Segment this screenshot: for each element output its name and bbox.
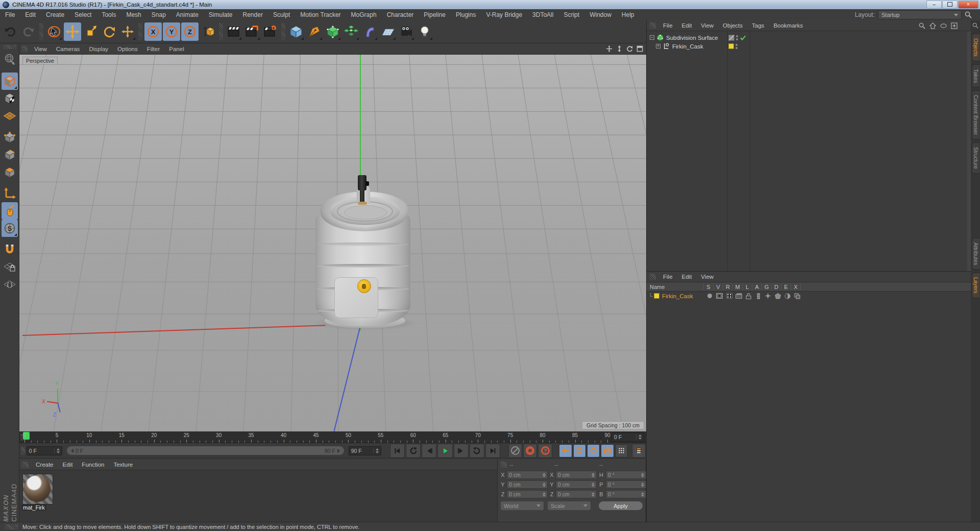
om-menu-edit[interactable]: Edit [677, 22, 697, 29]
polygons-mode-button[interactable] [2, 163, 18, 181]
add-bend-deformer-button[interactable] [361, 22, 378, 41]
rot-b-field[interactable]: 0 ° [606, 490, 646, 498]
timeline-mode-button[interactable] [632, 444, 646, 458]
size-x-field[interactable]: 0 cm [556, 471, 597, 479]
view-toggle[interactable] [715, 293, 724, 299]
expressions-toggle[interactable] [782, 293, 792, 299]
column-header-v[interactable]: V [714, 284, 723, 290]
spinner-arrows-icon[interactable] [636, 435, 642, 440]
record-button[interactable] [523, 444, 537, 458]
pos-x-field[interactable]: 0 cm [507, 471, 548, 479]
edit-render-settings-button[interactable] [262, 22, 279, 41]
add-floor-button[interactable] [379, 22, 397, 41]
coordinate-system-button[interactable] [200, 22, 217, 41]
menu-window[interactable]: Window [584, 11, 617, 18]
play-button[interactable] [437, 444, 452, 458]
panel-drag-handle[interactable] [649, 22, 656, 29]
visibility-dots[interactable] [736, 44, 738, 49]
previous-frame-button[interactable] [422, 444, 436, 458]
viewport-label[interactable]: Perspective [22, 57, 58, 65]
start-frame-spinner[interactable]: 0 F [27, 446, 62, 455]
spinner-arrows-icon[interactable] [54, 448, 60, 453]
goto-start-button[interactable] [390, 444, 405, 458]
panel-drag-handle[interactable] [5, 524, 18, 529]
side-tab-takes[interactable]: Takes [972, 64, 979, 87]
planar-workplane-button[interactable]: ( ) [2, 276, 18, 293]
panel-drag-handle[interactable] [22, 462, 29, 468]
side-tab-content-browser[interactable]: Content Browser [972, 90, 979, 139]
menu-select[interactable]: Select [69, 11, 96, 18]
range-left-arrow-icon[interactable] [71, 449, 74, 453]
maximize-button[interactable] [942, 1, 958, 9]
menu-animate[interactable]: Animate [171, 11, 204, 18]
visibility-dots[interactable] [736, 35, 738, 40]
panel-drag-handle[interactable] [500, 462, 507, 468]
om-menu-file[interactable]: File [658, 22, 677, 29]
panel-drag-handle[interactable] [649, 274, 656, 280]
layout-dropdown[interactable]: Startup [878, 10, 962, 19]
column-header-m[interactable]: M [733, 284, 743, 290]
size-y-field[interactable]: 0 cm [556, 480, 597, 489]
menu-file[interactable]: File [0, 11, 20, 18]
mat-menu-texture[interactable]: Texture [109, 462, 137, 468]
enable-axis-button[interactable] [2, 185, 18, 202]
menu-simulate[interactable]: Simulate [204, 11, 238, 18]
phong-tag-icon[interactable] [728, 35, 734, 41]
viewport-menu-options[interactable]: Options [113, 46, 142, 52]
om-menu-objects[interactable]: Objects [718, 22, 747, 29]
xref-toggle[interactable] [792, 293, 802, 299]
menu-tools[interactable]: Tools [96, 11, 121, 18]
render-picture-viewer-button[interactable] [243, 22, 261, 41]
render-view-button[interactable] [225, 22, 242, 41]
column-header-a[interactable]: A [752, 284, 762, 290]
viewport-menu-cameras[interactable]: Cameras [52, 46, 85, 52]
menu-mesh[interactable]: Mesh [121, 11, 146, 18]
coordinate-space-dropdown[interactable]: World [501, 501, 544, 510]
menu-character[interactable]: Character [382, 11, 419, 18]
toolbar-drag-handle[interactable] [3, 45, 16, 49]
scale-tool-button[interactable] [82, 22, 100, 41]
menu-mograph[interactable]: MoGraph [346, 11, 382, 18]
key-parameter-toggle[interactable]: P [601, 444, 614, 457]
search-icon[interactable] [972, 22, 978, 29]
add-cube-button[interactable] [287, 22, 305, 41]
scrollbar[interactable] [967, 31, 971, 273]
viewport-menu-display[interactable]: Display [84, 46, 113, 52]
close-button[interactable]: × [958, 1, 978, 9]
lm-menu-view[interactable]: View [696, 274, 718, 280]
viewport-menu-view[interactable]: View [30, 46, 52, 52]
collapse-icon[interactable]: − [650, 35, 654, 40]
column-header-e[interactable]: E [781, 284, 791, 290]
deformers-toggle[interactable] [773, 293, 782, 299]
maximize-view-icon[interactable] [636, 45, 643, 52]
visibility-icon[interactable] [940, 23, 947, 28]
viewport-snap-button[interactable] [2, 202, 18, 220]
lm-menu-file[interactable]: File [658, 274, 677, 280]
search-icon[interactable] [965, 11, 972, 18]
snap-settings-button[interactable]: S [2, 220, 18, 237]
current-frame-spinner[interactable]: 0 F [611, 432, 644, 442]
column-header-g[interactable]: G [762, 284, 772, 290]
name-column-header[interactable]: Name [647, 284, 704, 290]
rotate-view-icon[interactable] [626, 45, 633, 52]
column-header-s[interactable]: S [704, 284, 714, 290]
lock-workplane-button[interactable] [2, 258, 18, 276]
free-move-button[interactable] [119, 22, 136, 41]
side-tab-structure[interactable]: Structure [972, 142, 979, 174]
search-icon[interactable] [919, 22, 925, 29]
menu-help[interactable]: Help [617, 11, 640, 18]
key-position-toggle[interactable] [559, 444, 572, 457]
live-selection-button[interactable] [45, 22, 63, 41]
rotate-tool-button[interactable] [101, 22, 118, 41]
panel-drag-handle[interactable] [21, 447, 25, 455]
add-camera-button[interactable] [398, 22, 415, 41]
mat-menu-function[interactable]: Function [77, 462, 109, 468]
zoom-view-icon[interactable] [616, 45, 623, 52]
enabled-check-icon[interactable] [740, 35, 746, 41]
play-forwards-button[interactable] [470, 444, 484, 458]
column-header-x[interactable]: X [791, 284, 801, 290]
model-mode-button[interactable] [2, 73, 18, 90]
undo-button[interactable] [2, 22, 19, 41]
side-tab-layers[interactable]: Layers [972, 273, 979, 298]
end-frame-spinner[interactable]: 90 F [349, 446, 381, 455]
